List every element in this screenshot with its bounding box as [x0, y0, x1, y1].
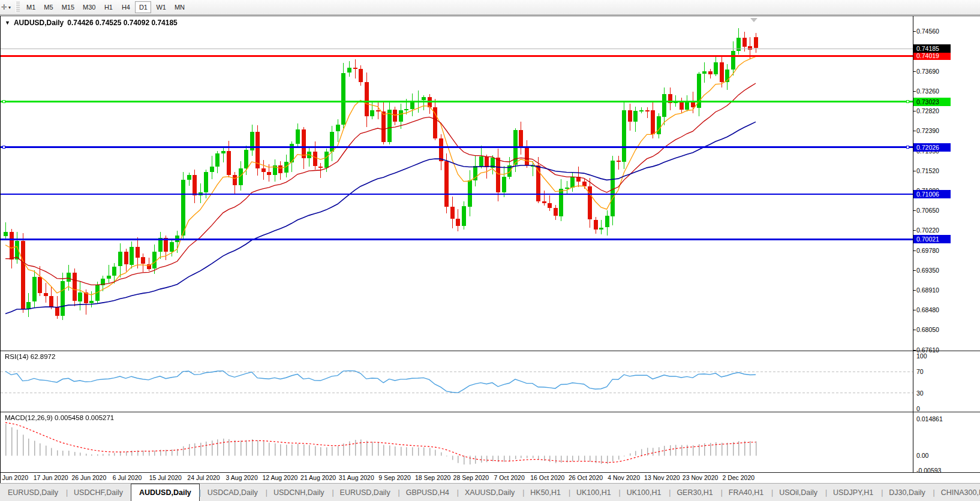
chart-tab-eurusd-daily[interactable]: EURUSD,Daily	[332, 484, 398, 501]
line-anchor-handle[interactable]	[2, 146, 5, 149]
macd-indicator-canvas[interactable]	[1, 413, 913, 472]
chart-title: ▼ AUDUSD,Daily 0.74426 0.74525 0.74092 0…	[5, 19, 178, 27]
date-axis[interactable]: 8 Jun 202017 Jun 202026 Jun 20206 Jul 20…	[1, 473, 913, 484]
timeframe-button-d1[interactable]: D1	[135, 1, 151, 13]
horizontal-level-line[interactable]	[1, 194, 913, 195]
date-axis-label: 9 Sep 2020	[378, 474, 411, 481]
price-tick-label: 0.69780	[916, 247, 939, 254]
price-tick-label: 0.70220	[916, 227, 939, 234]
date-axis-label: 7 Oct 2020	[494, 474, 524, 481]
level-price-badge: 0.73023	[913, 98, 951, 106]
date-axis-label: 23 Nov 2020	[683, 474, 719, 481]
timeframe-button-w1[interactable]: W1	[152, 1, 170, 13]
collapse-triangle-icon[interactable]: ▼	[5, 20, 10, 26]
price-tick-label: 0.70650	[916, 207, 939, 214]
chart-tab-xauusd-daily[interactable]: XAUUSD,Daily	[457, 484, 522, 501]
chart-tab-uk100-h1[interactable]: UK100,H1	[619, 484, 669, 501]
rsi-axis-label: 30	[916, 390, 924, 397]
level-price-badge: 0.74019	[913, 52, 951, 60]
date-axis-label: 13 Nov 2020	[644, 474, 680, 481]
line-anchor-handle[interactable]	[906, 100, 909, 103]
cursor-crosshair-icon: ✛	[1, 3, 7, 11]
rsi-indicator-canvas[interactable]	[1, 352, 913, 412]
chart-shift-marker[interactable]	[750, 18, 757, 22]
date-axis-label: 8 Jun 2020	[0, 474, 28, 481]
rsi-label: RSI(14) 62.8972	[5, 353, 55, 360]
toolbar-grip-handle[interactable]	[16, 2, 20, 13]
macd-axis-label: 0.014861	[916, 415, 943, 422]
price-tick-label: 0.72820	[916, 107, 939, 114]
date-axis-label: 17 Jun 2020	[34, 474, 68, 481]
date-axis-label: 31 Aug 2020	[339, 474, 374, 481]
date-axis-label: 21 Aug 2020	[300, 474, 336, 481]
chart-tab-fra40-h1[interactable]: FRA40,H1	[721, 484, 771, 501]
horizontal-level-line[interactable]	[1, 101, 913, 102]
price-tick-label: 0.73690	[916, 68, 939, 75]
date-axis-label: 26 Oct 2020	[569, 474, 603, 481]
chart-tab-dj30-daily[interactable]: DJ30,Daily	[881, 484, 933, 501]
cursor-tool-button[interactable]: ✛ ▾	[0, 0, 13, 14]
timeframe-button-m1[interactable]: M1	[23, 1, 39, 13]
timeframe-button-h1[interactable]: H1	[100, 1, 116, 13]
price-axis-border	[913, 16, 913, 472]
chart-tab-audusd-daily[interactable]: AUDUSD,Daily	[131, 484, 200, 501]
date-axis-label: 18 Sep 2020	[415, 474, 451, 481]
chart-tab-eurusd-daily[interactable]: EURUSD,Daily	[0, 484, 66, 501]
date-axis-label: 26 Jun 2020	[71, 474, 106, 481]
symbol-period-label: AUDUSD,Daily	[14, 19, 64, 27]
rsi-macd-divider[interactable]	[1, 412, 980, 412]
chart-tab-usdjpy-h1[interactable]: USDJPY,H1	[825, 484, 881, 501]
price-tick-label: 0.68910	[916, 286, 939, 294]
chart-tab-gbpusd-h4[interactable]: GBPUSD,H4	[398, 484, 457, 501]
horizontal-level-line[interactable]	[1, 55, 913, 57]
macd-axis-label: -0.00593	[916, 467, 941, 474]
price-chart-canvas[interactable]	[1, 17, 913, 351]
date-axis-label: 15 Jul 2020	[149, 474, 182, 481]
main-rsi-divider[interactable]	[1, 351, 980, 351]
rsi-axis-label: 100	[916, 352, 927, 360]
level-price-badge: 0.72026	[913, 143, 951, 152]
line-anchor-handle[interactable]	[2, 100, 5, 103]
chart-tab-usdcnh-daily[interactable]: USDCNH,Daily	[266, 484, 332, 501]
price-tick-label: 0.68480	[916, 306, 939, 313]
line-anchor-handle[interactable]	[906, 146, 909, 149]
timeframe-button-m15[interactable]: M15	[58, 1, 78, 13]
date-axis-label: 24 Jul 2020	[187, 474, 220, 481]
chart-tab-usdcad-daily[interactable]: USDCAD,Daily	[200, 484, 266, 501]
price-tick-label: 0.72390	[916, 127, 939, 134]
price-tick-label: 0.71520	[916, 167, 939, 174]
price-tick-label: 0.69350	[916, 267, 939, 274]
chart-tab-china300-h1[interactable]: CHINA300,H1	[933, 484, 980, 501]
timeframe-button-m5[interactable]: M5	[40, 1, 56, 13]
macd-label: MACD(12,26,9) 0.005458 0.005271	[5, 414, 114, 421]
chart-tab-usdchf-daily[interactable]: USDCHF,Daily	[66, 484, 131, 501]
chart-tab-bar: EURUSD,DailyUSDCHF,DailyAUDUSD,DailyUSDC…	[0, 483, 980, 501]
timeframe-button-h4[interactable]: H4	[118, 1, 134, 13]
chart-tab-usoil-daily[interactable]: USOil,Daily	[771, 484, 825, 501]
date-axis-label: 6 Jul 2020	[113, 474, 142, 481]
chart-tab-ger30-h1[interactable]: GER30,H1	[669, 484, 720, 501]
horizontal-level-line[interactable]	[1, 146, 913, 148]
price-tick-label: 0.73260	[916, 87, 939, 95]
chart-tab-uk100-h1[interactable]: UK100,H1	[569, 484, 619, 501]
price-tick-label: 0.68050	[916, 326, 939, 333]
ohlc-values: 0.74426 0.74525 0.74092 0.74185	[67, 19, 178, 27]
level-price-badge: 0.71006	[913, 190, 951, 198]
level-price-badge: 0.70021	[913, 235, 951, 243]
price-tick-label: 0.74560	[916, 28, 939, 35]
date-axis-label: 28 Sep 2020	[453, 474, 489, 481]
timeframe-toolbar: ✛ ▾ M1M5M15M30H1H4D1W1MN	[0, 0, 980, 15]
timeframe-button-mn[interactable]: MN	[171, 1, 188, 13]
macd-axis-label: 0.00	[916, 452, 928, 459]
horizontal-level-line[interactable]	[1, 239, 913, 240]
date-axis-label: 16 Oct 2020	[530, 474, 564, 481]
current-price-badge: 0.74185	[913, 44, 951, 53]
date-axis-label: 4 Nov 2020	[608, 474, 640, 481]
chart-window: ▼ AUDUSD,Daily 0.74426 0.74525 0.74092 0…	[0, 16, 980, 483]
timeframe-button-m30[interactable]: M30	[79, 1, 99, 13]
current-price-line	[1, 49, 913, 49]
date-axis-label: 3 Aug 2020	[226, 474, 258, 481]
chevron-down-icon: ▾	[8, 5, 11, 10]
chart-tab-hk50-h1[interactable]: HK50,H1	[522, 484, 569, 501]
rsi-axis-label: 70	[916, 368, 924, 375]
